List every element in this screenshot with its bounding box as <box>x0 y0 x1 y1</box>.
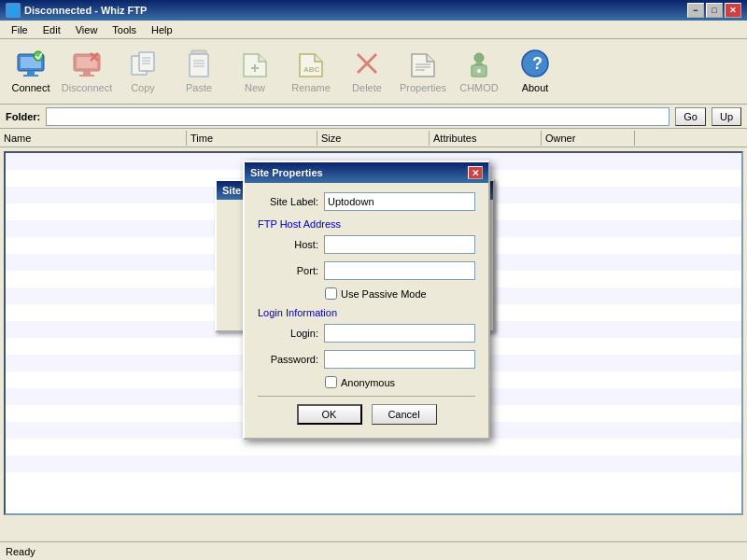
toolbar: Connect Disconnect Copy <box>0 39 747 105</box>
passive-mode-label: Use Passive Mode <box>341 288 427 300</box>
anonymous-label: Anonymous <box>341 377 395 388</box>
maximize-button[interactable]: □ <box>706 3 723 18</box>
connect-button[interactable]: Connect <box>4 43 58 97</box>
folder-bar: Folder: Go Up <box>0 105 747 129</box>
new-icon <box>238 47 272 80</box>
site-props-title-bar: Site Properties ✕ <box>245 162 488 183</box>
about-button[interactable]: ? About <box>508 43 562 97</box>
menu-tools[interactable]: Tools <box>105 22 144 37</box>
window-title: Disconnected - Whiz FTP <box>24 5 147 16</box>
col-time-header: Time <box>187 131 317 146</box>
menu-help[interactable]: Help <box>144 22 180 37</box>
file-table-header: Name Time Size Attributes Owner <box>0 129 747 147</box>
minimize-button[interactable]: − <box>687 3 704 18</box>
copy-icon <box>126 47 160 80</box>
chmod-button[interactable]: CHMOD <box>452 43 506 97</box>
chmod-icon <box>462 47 496 80</box>
folder-input[interactable] <box>46 107 669 126</box>
passive-mode-row: Use Passive Mode <box>325 287 475 300</box>
svg-point-29 <box>474 53 484 63</box>
port-row: Port: <box>258 261 475 280</box>
copy-button[interactable]: Copy <box>116 43 170 97</box>
col-owner-header: Owner <box>542 131 635 146</box>
new-label: New <box>245 82 265 93</box>
properties-icon <box>406 47 440 80</box>
about-icon: ? <box>518 47 552 80</box>
about-label: About <box>522 82 549 93</box>
host-label: Host: <box>258 239 318 250</box>
port-input[interactable] <box>324 261 475 280</box>
ftp-section-label: FTP Host Address <box>258 218 475 230</box>
menu-bar: File Edit View Tools Help <box>0 21 747 39</box>
site-props-title: Site Properties <box>250 167 323 178</box>
svg-rect-12 <box>139 52 154 71</box>
site-label-input[interactable] <box>324 192 475 211</box>
login-input[interactable] <box>324 324 475 343</box>
dialog-buttons: OK Cancel <box>258 396 475 428</box>
host-row: Host: <box>258 235 475 254</box>
disconnect-label: Disconnect <box>62 82 112 93</box>
svg-text:?: ? <box>532 54 543 73</box>
rename-button[interactable]: ABC Rename <box>284 43 338 97</box>
menu-view[interactable]: View <box>68 22 106 37</box>
title-bar: 🌐 Disconnected - Whiz FTP − □ ✕ <box>0 0 747 21</box>
host-input[interactable] <box>324 235 475 254</box>
password-input[interactable] <box>324 350 475 369</box>
anonymous-row: Anonymous <box>325 376 475 388</box>
copy-label: Copy <box>131 82 155 93</box>
disconnect-button[interactable]: Disconnect <box>60 43 114 97</box>
paste-button[interactable]: Paste <box>172 43 226 97</box>
password-row: Password: <box>258 350 475 369</box>
svg-rect-2 <box>27 71 35 75</box>
go-button[interactable]: Go <box>675 107 706 126</box>
svg-text:ABC: ABC <box>303 65 320 74</box>
paste-icon <box>182 47 216 80</box>
site-props-body: Site Label: FTP Host Address Host: Port:… <box>245 183 488 438</box>
delete-label: Delete <box>352 82 382 93</box>
cancel-button[interactable]: Cancel <box>372 404 437 425</box>
rename-label: Rename <box>291 82 331 93</box>
app-body: Site ✕ Site Properties ✕ Site Label: FTP… <box>0 151 747 553</box>
login-section-label: Login Information <box>258 307 475 318</box>
svg-rect-17 <box>190 54 208 77</box>
col-name-header: Name <box>0 131 187 146</box>
connect-label: Connect <box>12 82 50 93</box>
site-label-row: Site Label: <box>258 192 475 211</box>
menu-file[interactable]: File <box>4 22 35 37</box>
site-properties-dialog: Site Properties ✕ Site Label: FTP Host A… <box>243 161 490 440</box>
disconnect-icon <box>70 47 104 80</box>
delete-icon <box>350 47 384 80</box>
anonymous-checkbox[interactable] <box>325 376 337 388</box>
status-bar: Ready <box>0 541 747 560</box>
login-label: Login: <box>258 328 318 339</box>
menu-edit[interactable]: Edit <box>35 22 68 37</box>
window-close-button[interactable]: ✕ <box>725 3 741 18</box>
chmod-label: CHMOD <box>459 82 499 93</box>
site-props-close-button[interactable]: ✕ <box>468 166 483 179</box>
rename-icon: ABC <box>294 47 328 80</box>
status-text: Ready <box>6 546 35 557</box>
site-label-label: Site Label: <box>258 196 318 207</box>
port-label: Port: <box>258 265 318 276</box>
svg-rect-3 <box>23 75 38 77</box>
svg-point-32 <box>477 69 481 73</box>
up-button[interactable]: Up <box>712 107 741 126</box>
passive-mode-checkbox[interactable] <box>325 287 337 300</box>
properties-button[interactable]: Properties <box>396 43 450 97</box>
connect-icon <box>14 47 48 80</box>
paste-label: Paste <box>186 82 212 93</box>
ok-button[interactable]: OK <box>297 404 362 425</box>
col-size-header: Size <box>317 131 430 146</box>
col-attributes-header: Attributes <box>430 131 542 146</box>
properties-label: Properties <box>400 82 446 93</box>
new-button[interactable]: New <box>228 43 282 97</box>
svg-rect-8 <box>79 75 94 77</box>
login-row: Login: <box>258 324 475 343</box>
app-icon: 🌐 <box>6 3 21 18</box>
delete-button[interactable]: Delete <box>340 43 394 97</box>
password-label: Password: <box>258 354 318 365</box>
svg-rect-7 <box>83 71 91 75</box>
folder-label: Folder: <box>6 111 40 122</box>
